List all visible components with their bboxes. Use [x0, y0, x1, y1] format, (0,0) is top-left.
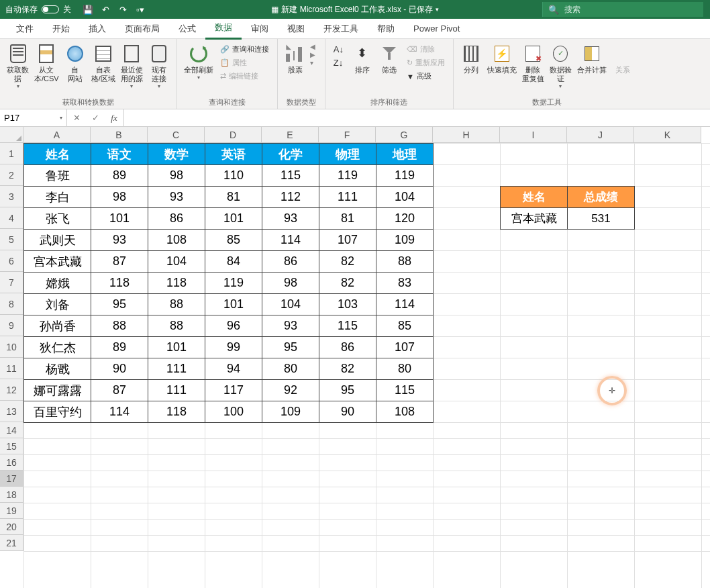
expand-icon[interactable]: ▾	[310, 59, 319, 66]
table-header[interactable]: 英语	[205, 143, 262, 165]
table-cell[interactable]: 86	[262, 250, 319, 273]
col-header-J[interactable]: J	[567, 127, 634, 143]
table-cell[interactable]: 111	[148, 379, 205, 401]
ribbon-btn[interactable]: 自网站	[62, 42, 89, 85]
table-cell[interactable]: 93	[148, 186, 205, 208]
col-header-C[interactable]: C	[148, 127, 205, 143]
ribbon-btn[interactable]: 删除重复值	[519, 42, 547, 85]
table-cell[interactable]: 118	[148, 401, 205, 423]
table-cell[interactable]: 鲁班	[23, 164, 91, 187]
table-cell[interactable]: 110	[205, 164, 262, 187]
row-header-17[interactable]: 17	[0, 471, 23, 487]
row-header-21[interactable]: 21	[0, 535, 23, 551]
table-cell[interactable]: 狄仁杰	[23, 336, 91, 358]
table-cell[interactable]: 93	[262, 207, 319, 230]
table-cell[interactable]: 86	[148, 207, 205, 230]
table-cell[interactable]: 101	[205, 207, 262, 230]
save-icon[interactable]: 💾	[82, 3, 94, 15]
ribbon-small-btn[interactable]: 🔗查询和连接	[217, 43, 272, 56]
table-cell[interactable]: 104	[148, 250, 205, 273]
table-cell[interactable]: 93	[262, 315, 319, 337]
redo-icon[interactable]: ↷	[117, 3, 129, 15]
name-box[interactable]: P17 ▾	[0, 109, 67, 126]
table-cell[interactable]: 宫本武藏	[23, 250, 91, 273]
lookup-header[interactable]: 总成绩	[567, 186, 635, 208]
sort-desc-button[interactable]: Z↓	[331, 56, 346, 69]
table-cell[interactable]: 武则天	[23, 229, 91, 251]
ribbon-btn[interactable]: 合并计算	[574, 42, 609, 76]
table-cell[interactable]: 118	[91, 272, 148, 294]
row-header-15[interactable]: 15	[0, 438, 23, 454]
table-cell[interactable]: 94	[205, 358, 262, 380]
table-header[interactable]: 化学	[262, 143, 319, 165]
tab-开发工具[interactable]: 开发工具	[314, 19, 368, 39]
row-header-12[interactable]: 12	[0, 379, 23, 401]
table-cell[interactable]: 119	[319, 164, 376, 187]
table-cell[interactable]: 80	[262, 358, 319, 380]
table-cell[interactable]: 109	[376, 229, 434, 251]
tab-插入[interactable]: 插入	[79, 19, 115, 39]
table-cell[interactable]: 98	[91, 186, 148, 208]
col-header-E[interactable]: E	[262, 127, 319, 143]
tab-视图[interactable]: 视图	[278, 19, 314, 39]
ribbon-btn[interactable]: 获取数据▾	[4, 42, 32, 91]
row-header-14[interactable]: 14	[0, 422, 23, 438]
tab-数据[interactable]: 数据	[205, 17, 242, 40]
row-header-1[interactable]: 1	[0, 143, 23, 164]
table-cell[interactable]: 81	[319, 207, 376, 230]
row-header-6[interactable]: 6	[0, 250, 23, 272]
table-cell[interactable]: 119	[205, 272, 262, 294]
scroll-left-icon[interactable]: ◀	[310, 43, 319, 50]
formula-input[interactable]	[124, 109, 710, 126]
table-cell[interactable]: 82	[319, 272, 376, 294]
table-cell[interactable]: 80	[376, 358, 434, 380]
tab-公式[interactable]: 公式	[169, 19, 205, 39]
table-cell[interactable]: 114	[262, 229, 319, 251]
table-cell[interactable]: 108	[148, 229, 205, 251]
tab-帮助[interactable]: 帮助	[368, 19, 404, 39]
table-cell[interactable]: 111	[148, 358, 205, 380]
undo-icon[interactable]: ↶	[99, 3, 111, 15]
ribbon-btn[interactable]: 现有连接▾	[146, 42, 172, 91]
table-cell[interactable]: 百里守约	[23, 401, 91, 423]
col-header-K[interactable]: K	[634, 127, 701, 143]
table-cell[interactable]: 115	[376, 379, 434, 401]
row-header-8[interactable]: 8	[0, 293, 23, 315]
ribbon-btn[interactable]: 数据验证▾	[547, 42, 574, 91]
table-cell[interactable]: 103	[319, 293, 376, 315]
table-cell[interactable]: 112	[262, 186, 319, 208]
sort-button[interactable]: ⬍ 排序	[349, 42, 376, 76]
lookup-header[interactable]: 姓名	[500, 186, 568, 208]
table-cell[interactable]: 85	[205, 229, 262, 251]
row-header-3[interactable]: 3	[0, 186, 23, 207]
table-cell[interactable]: 117	[205, 379, 262, 401]
table-cell[interactable]: 98	[148, 164, 205, 187]
table-cell[interactable]: 99	[205, 336, 262, 358]
table-cell[interactable]: 89	[91, 336, 148, 358]
table-cell[interactable]: 104	[262, 293, 319, 315]
table-cell[interactable]: 111	[319, 186, 376, 208]
tab-Power Pivot[interactable]: Power Pivot	[404, 19, 469, 38]
table-cell[interactable]: 119	[376, 164, 434, 187]
row-header-5[interactable]: 5	[0, 229, 23, 250]
table-cell[interactable]: 120	[376, 207, 434, 230]
autosave-toggle[interactable]: 自动保存 关	[0, 4, 77, 15]
table-cell[interactable]: 101	[91, 207, 148, 230]
table-cell[interactable]: 娜可露露	[23, 379, 91, 401]
ribbon-btn[interactable]: 自表格/区域	[89, 42, 118, 85]
table-cell[interactable]: 109	[262, 401, 319, 423]
ribbon-btn[interactable]: 从文本/CSV	[32, 42, 62, 85]
row-header-4[interactable]: 4	[0, 207, 23, 229]
row-header-7[interactable]: 7	[0, 272, 23, 293]
table-cell[interactable]: 104	[376, 186, 434, 208]
table-cell[interactable]: 115	[319, 315, 376, 337]
table-cell[interactable]: 刘备	[23, 293, 91, 315]
row-header-11[interactable]: 11	[0, 358, 23, 379]
col-header-G[interactable]: G	[376, 127, 433, 143]
table-cell[interactable]: 108	[376, 401, 434, 423]
table-cell[interactable]: 100	[205, 401, 262, 423]
table-cell[interactable]: 107	[319, 229, 376, 251]
col-header-I[interactable]: I	[500, 127, 567, 143]
table-cell[interactable]: 115	[262, 164, 319, 187]
ribbon-btn[interactable]: 最近使用的源▾	[118, 42, 146, 91]
